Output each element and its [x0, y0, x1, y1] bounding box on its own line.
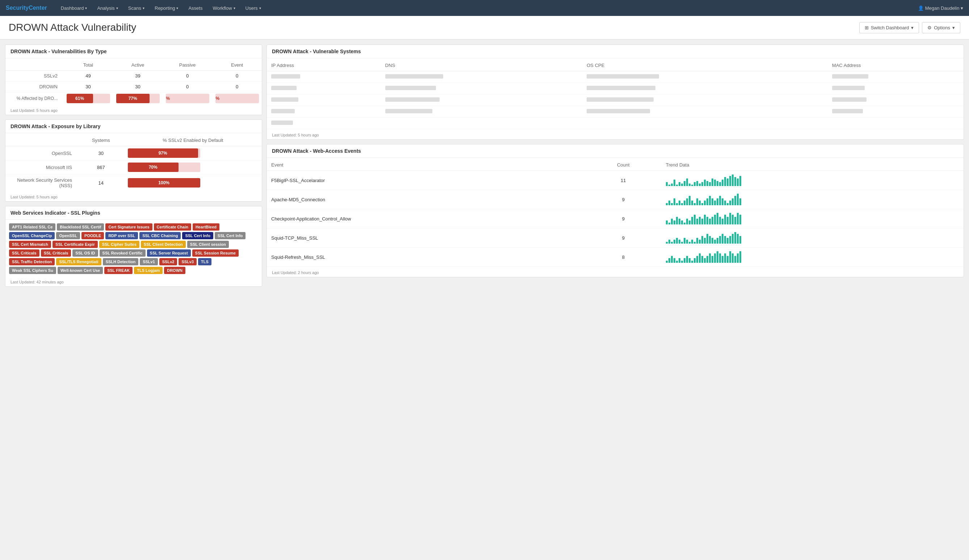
ssl-tag[interactable]: APT1 Related SSL Ce [9, 223, 55, 231]
ssl-tag[interactable]: SSL Session Resume [192, 249, 239, 257]
trend-bar [676, 184, 678, 186]
brand-name1: Security [6, 5, 28, 11]
ssl-tag[interactable]: SSL Server Request [147, 249, 191, 257]
ssl-tag[interactable]: SSLv2 [159, 258, 177, 265]
trend-bar [689, 196, 691, 205]
ssl-tag[interactable]: RDP over SSL [105, 232, 138, 239]
trend-bar [706, 198, 708, 205]
ssl-tag[interactable]: SSL Client session [187, 241, 229, 248]
ssl-tag[interactable]: SSL FREAK [104, 267, 133, 274]
trend-bar [709, 196, 711, 205]
trend-bar [689, 258, 691, 263]
user-menu[interactable]: 👤 Megan Daudelin ▾ [918, 5, 963, 11]
ssl-tag[interactable]: SSL Certificate Expir [53, 241, 98, 248]
nav-scans[interactable]: Scans ▾ [123, 0, 150, 16]
nav-workflow[interactable]: Workflow ▾ [208, 0, 240, 16]
header-buttons: ⊞ Switch Dashboard ▾ ⚙ Options ▾ [859, 22, 960, 33]
table-row [267, 83, 964, 95]
trend-bar [717, 198, 718, 205]
ssl-tag[interactable]: SSL Cert Info [182, 232, 213, 239]
trend-bar [681, 221, 683, 224]
ssl-tag[interactable]: POODLE [82, 232, 104, 239]
ssl-tag[interactable]: TLS [198, 258, 211, 265]
options-button[interactable]: ⚙ Options ▾ [922, 22, 960, 33]
trend-bar [701, 203, 703, 205]
trend-bar [729, 176, 731, 186]
ssl-tag[interactable]: SSLH Detection [103, 258, 139, 265]
web-access-title: DROWN Attack - Web-Access Events [267, 145, 964, 158]
table-row [267, 95, 964, 106]
switch-dashboard-button[interactable]: ⊞ Switch Dashboard ▾ [859, 22, 919, 33]
ssl-tag[interactable]: SSLv3 [178, 258, 196, 265]
trend-bar [722, 234, 724, 244]
trend-bar [666, 261, 668, 263]
trend-bar [684, 238, 686, 244]
ssl-tag[interactable]: SSL Cert Mismatch [9, 241, 51, 248]
trend-bar [666, 221, 668, 224]
trend-bar [739, 198, 741, 205]
ssl-tag[interactable]: SSL OS ID [72, 249, 98, 257]
col-passive: Passive [163, 60, 212, 71]
ssl-tag[interactable]: OpenSSL [56, 232, 80, 239]
trend-bar [681, 261, 683, 263]
ssl-tag[interactable]: HeartBleed [193, 223, 220, 231]
trend-bar [671, 219, 673, 224]
ssl-tag[interactable]: SSL/TLS Renegotiati [56, 258, 101, 265]
trend-bar [674, 239, 675, 244]
ssl-tag[interactable]: TLS Logjam [134, 267, 163, 274]
table-row: Apache-MD5_Connection9 [267, 190, 964, 209]
web-access-panel: DROWN Attack - Web-Access Events Event C… [266, 144, 964, 277]
trend-bar [704, 238, 706, 244]
nav-items: Dashboard ▾ Analysis ▾ Scans ▾ Reporting… [56, 0, 266, 16]
trend-bar [727, 256, 729, 263]
ssl-tag[interactable]: Cert Signature Issues [105, 223, 152, 231]
trend-bar [668, 184, 670, 186]
ssl-tag[interactable]: DROWN [164, 267, 185, 274]
trend-bar [729, 236, 731, 244]
nav-analysis[interactable]: Analysis ▾ [92, 0, 123, 16]
nav-assets[interactable]: Assets [183, 0, 208, 16]
ssl-tag[interactable]: SSL Client Detection [141, 241, 186, 248]
ssl-tag[interactable]: Certificate Chain [154, 223, 191, 231]
trend-bar [724, 236, 726, 244]
ssl-tag[interactable]: SSL Criticals [41, 249, 72, 257]
trend-bar [711, 256, 713, 263]
ssl-tag[interactable]: Blacklisted SSL Certif [57, 223, 104, 231]
ssl-tag[interactable]: SSLv1 [140, 258, 158, 265]
trend-bar [739, 251, 741, 263]
trend-bar [727, 217, 729, 224]
ssl-tag[interactable]: OpenSSL ChangeCip [9, 232, 55, 239]
trend-bar [729, 213, 731, 224]
chevron-down-icon: ▾ [116, 6, 118, 10]
trend-bar [674, 179, 675, 186]
ssl-tag[interactable]: SSL Revoked Certific [100, 249, 146, 257]
nav-users[interactable]: Users ▾ [240, 0, 266, 16]
ssl-tag[interactable]: SSL Cipher Suites [99, 241, 140, 248]
ssl-last-updated: Last Updated: 42 minutes ago [5, 278, 262, 286]
ssl-tag[interactable]: Well-known Cert Use [58, 267, 103, 274]
ssl-tags-grid: APT1 Related SSL CeBlacklisted SSL Certi… [5, 220, 262, 278]
trend-bar [671, 203, 673, 205]
trend-bar [714, 253, 716, 263]
vulnerable-systems-panel: DROWN Attack - Vulnerable Systems IP Add… [266, 45, 964, 140]
ssl-tag[interactable]: SSL Cert Info [215, 232, 245, 239]
trend-bar [676, 238, 678, 244]
ssl-tag[interactable]: Weak SSL Ciphers Su [9, 267, 56, 274]
trend-bar [724, 253, 726, 263]
trend-bar [737, 234, 739, 244]
trend-bar [676, 217, 678, 224]
ssl-tag[interactable]: SSL CBC Chaining [140, 232, 181, 239]
ssl-tag[interactable]: SSL Traffic Detection [9, 258, 55, 265]
trend-bar [671, 242, 673, 244]
trend-bar [717, 181, 718, 186]
trend-bar [706, 256, 708, 263]
brand-logo[interactable]: SecurityCenter [6, 5, 47, 11]
trend-bar [686, 256, 688, 263]
trend-bar [681, 242, 683, 244]
trend-bar [734, 217, 736, 224]
chevron-down-icon: ▾ [911, 25, 914, 30]
nav-dashboard[interactable]: Dashboard ▾ [56, 0, 92, 16]
ssl-tag[interactable]: SSL Criticals [9, 249, 40, 257]
trend-bar [679, 219, 680, 224]
nav-reporting[interactable]: Reporting ▾ [150, 0, 183, 16]
